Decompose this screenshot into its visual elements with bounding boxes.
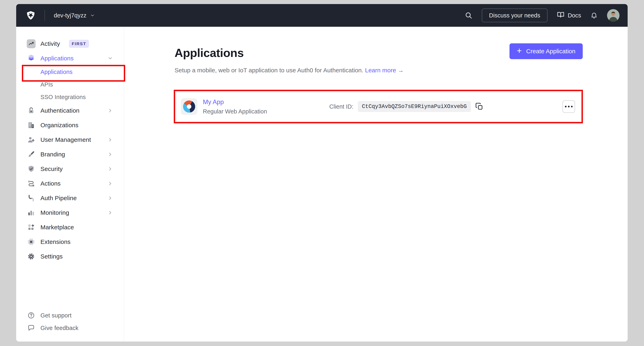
sidebar-item-label: Settings	[40, 253, 63, 260]
sidebar-item-applications[interactable]: Applications	[16, 66, 124, 78]
book-icon	[557, 11, 564, 20]
sidebar-item-authentication[interactable]: Authentication	[16, 103, 124, 118]
app-logo-icon	[181, 98, 198, 115]
pipeline-icon	[27, 194, 36, 203]
chevron-right-icon	[107, 137, 113, 143]
sidebar-item-label: Monitoring	[40, 209, 69, 216]
chevron-right-icon	[107, 166, 113, 172]
create-application-label: Create Application	[526, 48, 576, 55]
help-circle-icon	[27, 311, 36, 320]
app-name-link[interactable]: My App	[203, 98, 267, 106]
bell-icon[interactable]	[590, 12, 598, 19]
application-row[interactable]: My App Regular Web Application Client ID…	[175, 91, 581, 122]
app-logo-donut	[183, 100, 195, 113]
sidebar-item-auth-pipeline[interactable]: Auth Pipeline	[16, 191, 124, 205]
shield-check-icon	[27, 164, 36, 174]
chevron-right-icon	[107, 151, 113, 157]
paintbrush-icon	[27, 150, 36, 159]
sidebar-item-settings[interactable]: Settings	[16, 249, 124, 264]
sidebar-footer: Get support Give feedback	[16, 309, 124, 334]
sidebar-item-extensions[interactable]: Extensions	[16, 235, 124, 249]
sidebar-item-label: Applications	[40, 69, 72, 75]
client-id-group: Client ID: CtCqy3AvbQZSo7sE9RiynaPuiXOxv…	[329, 101, 484, 112]
speech-bubble-icon	[27, 323, 36, 332]
auth0-logo-icon[interactable]	[26, 10, 36, 21]
search-icon[interactable]	[465, 12, 472, 19]
app-meta: My App Regular Web Application	[203, 98, 267, 115]
give-feedback-link[interactable]: Give feedback	[16, 322, 124, 334]
sidebar: Activity FIRST Applications Applicatio	[16, 27, 124, 341]
sidebar-item-user-management[interactable]: User Management	[16, 132, 124, 147]
client-id-value: CtCqy3AvbQZSo7sE9RiynaPuiXOxvebG	[358, 101, 471, 112]
sidebar-item-label: APIs	[40, 81, 53, 88]
sidebar-item-label: Marketplace	[40, 224, 74, 231]
learn-more-link[interactable]: Learn more	[365, 67, 396, 74]
sidebar-item-label: Auth Pipeline	[40, 195, 77, 202]
sidebar-item-label: User Management	[40, 136, 91, 143]
tenant-switcher[interactable]: dev-tyj7qyzz	[54, 12, 95, 19]
tenant-name: dev-tyj7qyzz	[54, 12, 86, 19]
sidebar-item-label: Actions	[40, 180, 61, 187]
bar-chart-icon	[27, 208, 36, 217]
gear-icon	[27, 252, 36, 261]
client-id-label: Client ID:	[329, 103, 353, 110]
sidebar-nav: Activity FIRST Applications Applicatio	[16, 27, 124, 264]
chip-icon	[27, 237, 36, 246]
sidebar-item-security[interactable]: Security	[16, 162, 124, 176]
page-subtitle: Setup a mobile, web or IoT application t…	[174, 67, 583, 74]
sidebar-item-branding[interactable]: Branding	[16, 147, 124, 162]
sidebar-item-label: Activity	[40, 40, 60, 47]
building-icon	[27, 121, 36, 130]
sidebar-item-monitoring[interactable]: Monitoring	[16, 205, 124, 220]
docs-link[interactable]: Docs	[557, 11, 581, 20]
sidebar-item-sso-integrations[interactable]: SSO Integrations	[16, 91, 124, 103]
topbar-actions: Discuss your needs Docs	[465, 9, 620, 22]
footer-item-label: Get support	[40, 312, 72, 319]
sidebar-item-activity[interactable]: Activity FIRST	[16, 37, 124, 51]
user-gear-icon	[27, 135, 36, 144]
chevron-right-icon	[107, 195, 113, 201]
chevron-right-icon	[107, 181, 113, 187]
sidebar-item-label: Authentication	[40, 107, 80, 114]
create-application-button[interactable]: + Create Application	[510, 43, 583, 59]
app-type-label: Regular Web Application	[203, 108, 267, 115]
app-window: dev-tyj7qyzz Discuss your needs Docs	[16, 4, 628, 341]
copy-icon[interactable]	[475, 102, 484, 111]
flow-icon	[27, 179, 36, 188]
subtitle-text: Setup a mobile, web or IoT application t…	[174, 67, 363, 74]
sidebar-item-label: Organizations	[40, 122, 78, 129]
main-content: Applications Setup a mobile, web or IoT …	[124, 27, 628, 341]
sidebar-item-label: Branding	[40, 151, 65, 158]
layers-icon	[27, 54, 36, 63]
brand: dev-tyj7qyzz	[26, 10, 95, 21]
chevron-right-icon	[107, 108, 113, 114]
docs-label: Docs	[568, 12, 581, 19]
chevron-down-icon	[107, 55, 113, 61]
plus-icon: +	[517, 47, 522, 55]
chevron-down-icon	[90, 13, 95, 18]
grid-plus-icon	[27, 223, 36, 232]
user-avatar[interactable]	[607, 9, 620, 22]
discuss-your-needs-button[interactable]: Discuss your needs	[482, 9, 548, 22]
chevron-right-icon	[107, 210, 113, 216]
more-options-button[interactable]	[562, 100, 575, 113]
sidebar-item-label: Extensions	[40, 238, 70, 245]
footer-item-label: Give feedback	[40, 325, 78, 331]
sidebar-item-organizations[interactable]: Organizations	[16, 118, 124, 132]
arrow-right-icon: →	[398, 67, 404, 74]
sidebar-item-label: SSO Integrations	[40, 94, 86, 100]
first-badge: FIRST	[69, 40, 89, 48]
sidebar-item-applications-group[interactable]: Applications	[16, 51, 124, 66]
topbar: dev-tyj7qyzz Discuss your needs Docs	[16, 4, 628, 27]
lock-icon	[27, 106, 36, 115]
activity-chart-icon	[27, 39, 36, 48]
sidebar-item-apis[interactable]: APIs	[16, 78, 124, 91]
sidebar-item-label: Applications	[40, 55, 74, 62]
sidebar-item-label: Security	[40, 165, 63, 172]
sidebar-item-actions[interactable]: Actions	[16, 176, 124, 191]
topbar-divider	[44, 10, 45, 21]
get-support-link[interactable]: Get support	[16, 309, 124, 322]
sidebar-item-marketplace[interactable]: Marketplace	[16, 220, 124, 235]
